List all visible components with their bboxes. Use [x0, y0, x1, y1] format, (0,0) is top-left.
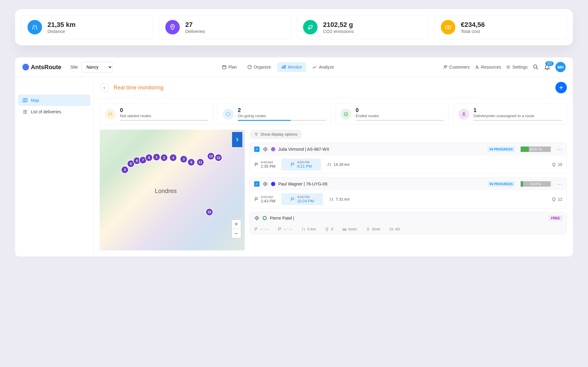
zoom-in-button[interactable]: +: [232, 220, 241, 229]
driver-header[interactable]: ✓ Julia Virmond | AS-987-WX IN PROGRESS …: [250, 143, 567, 156]
map-pin[interactable]: 3: [121, 166, 129, 174]
stat-cost: €234,56Total cost: [435, 15, 567, 39]
map-pin[interactable]: 3: [180, 155, 188, 163]
driver-menu-button[interactable]: ⋯: [557, 146, 562, 153]
map-expand-button[interactable]: [232, 132, 242, 147]
target-icon[interactable]: [263, 146, 268, 152]
finish-icon: [278, 227, 282, 231]
app-window: AntsRoute Site Nancy Plan Organize Monit…: [15, 57, 573, 256]
sidebar-item-map[interactable]: Map: [18, 95, 90, 106]
driver-details: 8:00 AM2:35 PM 4:58 PM9:21 PM 14.28 km 1…: [250, 156, 567, 173]
driver-card: ✓ Julia Virmond | AS-987-WX IN PROGRESS …: [250, 143, 567, 174]
progress-bar: 8.33 %: [521, 181, 551, 187]
filter-icon: [254, 133, 258, 136]
svg-point-13: [463, 112, 465, 114]
page-title: Real time monitoring: [114, 85, 163, 91]
stops-metric: 12: [551, 197, 562, 202]
driver-header[interactable]: Pierre Patel | FREE: [250, 212, 567, 224]
status-ended[interactable]: 0Ended routes: [335, 103, 449, 125]
display-options-button[interactable]: Show display options: [250, 130, 302, 139]
map-pin[interactable]: 2: [160, 154, 168, 162]
logo-icon: [22, 64, 29, 70]
subheader: ‹ Real time monitoring +: [94, 77, 573, 98]
leaf-icon: [303, 20, 318, 34]
map-pin[interactable]: 11: [196, 158, 204, 166]
stat-label: CO2 emissions: [323, 29, 354, 34]
map-pin[interactable]: 8: [145, 154, 153, 162]
svg-point-10: [534, 65, 537, 68]
map-view[interactable]: Londres + − 3 5 6 7 8 1 2 4 3 9 1: [100, 130, 245, 250]
nav-plan[interactable]: Plan: [218, 62, 241, 72]
target-icon[interactable]: [263, 181, 268, 187]
road-icon: [301, 227, 305, 231]
nav-resources[interactable]: Resources: [474, 65, 501, 69]
end-time: 4:58 PM9:21 PM: [281, 159, 321, 170]
list-icon: [22, 109, 28, 114]
svg-rect-3: [222, 66, 226, 69]
gear-icon: [506, 65, 511, 69]
map-pin[interactable]: 9: [187, 158, 195, 166]
svg-point-12: [344, 112, 348, 116]
road-icon: [27, 20, 42, 34]
road-icon: [105, 109, 116, 120]
nav-monitor[interactable]: Monitor: [277, 62, 306, 72]
site-select[interactable]: Nancy: [81, 62, 113, 72]
search-icon[interactable]: [532, 64, 539, 70]
main-nav: Plan Organize Monitor Analyze: [218, 62, 338, 72]
pin-icon: [551, 197, 556, 202]
driver-menu-button[interactable]: ⋯: [557, 181, 562, 187]
cost-metric: €0: [389, 227, 400, 231]
svg-point-11: [226, 112, 230, 116]
resource-icon: [474, 65, 479, 69]
start-time: 8:00 AM2:43 PM: [254, 195, 275, 203]
content-row: Londres + − 3 5 6 7 8 1 2 4 3 9 1: [94, 130, 573, 256]
monitor-icon: [281, 65, 286, 69]
flag-icon: [254, 227, 258, 231]
stat-value: 27: [185, 21, 205, 29]
map-pin[interactable]: 13: [207, 152, 215, 160]
status-badge: IN PROGRESS: [487, 181, 515, 187]
driver-header[interactable]: ✓ Paul Wagner | 76-UYG-09 IN PROGRESS 8.…: [250, 178, 567, 190]
status-ongoing[interactable]: 2On-going routes: [218, 103, 331, 125]
sidebar-item-list[interactable]: List of deliveries: [18, 106, 90, 118]
logo[interactable]: AntsRoute: [22, 64, 61, 71]
svg-point-21: [257, 218, 257, 219]
status-badge: IN PROGRESS: [487, 146, 515, 152]
site-label: Site: [70, 65, 78, 69]
map-pin[interactable]: 4: [169, 154, 177, 162]
drivers-list: Show display options ✓ Julia Virmond | A…: [245, 130, 567, 250]
target-icon[interactable]: [254, 215, 260, 221]
map-zoom: + −: [231, 220, 241, 238]
status-not-started[interactable]: 0Not started routes: [100, 103, 213, 125]
app-body: Map List of deliveries ‹ Real time monit…: [15, 77, 573, 256]
add-button[interactable]: +: [555, 82, 567, 93]
map-pin[interactable]: 1: [153, 153, 160, 161]
users-icon: [443, 65, 448, 69]
end-time: 4:54 PM10:24 PM: [281, 193, 323, 205]
driver-checkbox[interactable]: ✓: [254, 146, 260, 152]
nav-organize[interactable]: Organize: [243, 62, 275, 72]
pin-icon: [165, 20, 180, 34]
driver-checkbox[interactable]: ✓: [254, 181, 260, 187]
user-avatar[interactable]: MH: [555, 62, 566, 72]
right-nav: Customers Resources Settings 107 MH: [443, 62, 566, 72]
back-button[interactable]: ‹: [100, 83, 109, 92]
nav-customers[interactable]: Customers: [443, 65, 470, 69]
color-dot: [263, 216, 267, 220]
svg-rect-16: [292, 163, 294, 164]
nav-settings[interactable]: Settings: [506, 65, 528, 69]
stats-panel: 21,35 kmDistance 27Deliveries 2102,52 gC…: [15, 9, 573, 45]
driver-details: 8:00 AM2:43 PM 4:54 PM10:24 PM 7.31 km 1…: [250, 190, 567, 208]
map-city-label: Londres: [155, 188, 176, 195]
nav-analyze[interactable]: Analyze: [308, 62, 338, 72]
notifications-button[interactable]: 107: [544, 64, 551, 70]
map-pin[interactable]: 15: [205, 208, 213, 216]
svg-rect-27: [390, 228, 393, 230]
svg-point-24: [343, 230, 344, 230]
svg-point-2: [447, 27, 449, 28]
distance-metric: 14.28 km: [327, 162, 350, 167]
map-pin[interactable]: 12: [215, 154, 222, 162]
zoom-out-button[interactable]: −: [232, 229, 241, 238]
finish-icon: [290, 197, 295, 202]
status-unassigned[interactable]: 1Deliverymen unassigned to a route: [453, 103, 567, 125]
